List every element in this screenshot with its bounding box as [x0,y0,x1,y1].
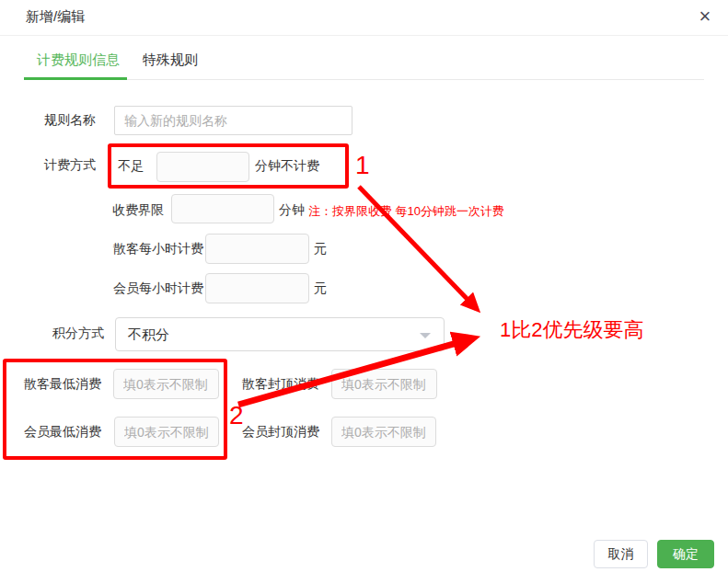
charge-limit-input[interactable] [171,194,274,223]
billing-method-prefix: 不足 [118,158,144,175]
annotation-arrows [0,0,728,572]
free-minutes-input[interactable] [156,152,249,182]
member-hourly-input[interactable] [205,273,309,303]
billing-method-label: 计费方式 [44,157,96,174]
confirm-button[interactable]: 确定 [657,540,714,568]
billing-method-suffix: 分钟不计费 [255,158,319,175]
dialog-title: 新增/编辑 [26,8,85,26]
annotation-marker-1: 1 [355,153,370,178]
add-edit-rule-dialog: 新增/编辑 × 计费规则信息 特殊规则 规则名称 计费方式 不足 分钟不计费 收… [0,0,728,572]
points-method-select[interactable]: 不积分 [115,317,445,351]
points-method-selected-value: 不积分 [128,326,169,342]
guest-cap-label: 散客封顶消费 [242,376,319,393]
close-icon[interactable]: × [690,2,720,31]
annotation-priority-note: 1比2优先级要高 [500,316,643,344]
chevron-down-icon [420,333,431,338]
cancel-button[interactable]: 取消 [594,540,648,568]
guest-min-input[interactable] [113,369,219,399]
member-hourly-unit: 元 [314,280,327,297]
member-min-input[interactable] [114,417,219,447]
tab-special-rules[interactable]: 特殊规则 [143,51,198,69]
member-min-label: 会员最低消费 [24,424,101,440]
rule-name-label: 规则名称 [44,112,96,129]
charge-limit-note: 注：按界限收费 每10分钟跳一次计费 [308,203,504,220]
tab-billing-rule-info[interactable]: 计费规则信息 [37,51,120,69]
header-divider [0,35,728,36]
active-tab-underline [24,77,127,80]
points-method-label: 积分方式 [52,326,104,342]
guest-cap-input[interactable] [331,369,437,399]
charge-limit-label: 收费界限 [112,202,164,219]
charge-limit-unit: 分钟 [279,202,305,219]
member-cap-input[interactable] [331,417,436,447]
guest-hourly-label: 散客每小时计费 [113,241,203,257]
guest-hourly-unit: 元 [314,241,327,257]
member-hourly-label: 会员每小时计费 [113,280,203,297]
rule-name-input[interactable] [114,106,352,135]
member-cap-label: 会员封顶消费 [242,424,319,440]
guest-hourly-input[interactable] [205,234,309,264]
guest-min-label: 散客最低消费 [24,376,101,393]
